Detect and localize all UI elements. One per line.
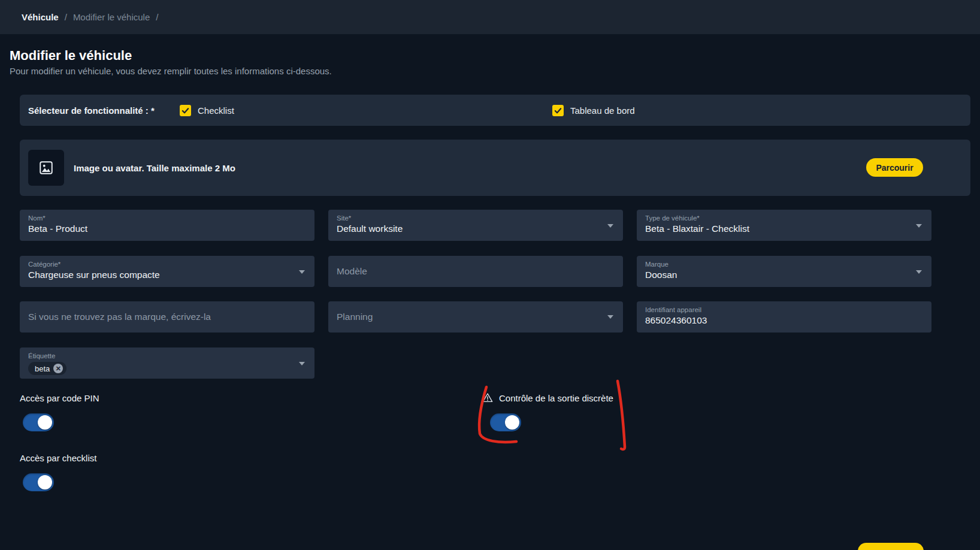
site-select-value: Default worksite (337, 223, 615, 234)
checkbox-tableau-de-bord[interactable]: Tableau de bord (552, 95, 635, 126)
device-id-value: 865024360103 (645, 315, 923, 326)
chip-remove-icon[interactable]: ✕ (53, 364, 63, 373)
breadcrumb-separator: / (156, 12, 158, 22)
planning-placeholder: Planning (337, 312, 373, 322)
checkbox-checked-icon (180, 105, 191, 116)
page-subtitle: Pour modifier un véhicule, vous devez re… (10, 66, 332, 76)
breadcrumb-separator: / (65, 12, 67, 22)
page-title: Modifier le véhicule (10, 48, 132, 64)
edit-vehicle-screen: Véhicule / Modifier le véhicule / Modifi… (0, 0, 980, 550)
model-placeholder: Modèle (337, 266, 367, 277)
warning-icon (482, 392, 494, 404)
discrete-output-toggle[interactable] (490, 413, 521, 431)
upload-instructions: Image ou avatar. Taille maximale 2 Mo (74, 140, 235, 196)
chevron-down-icon (299, 362, 305, 365)
breadcrumb: Véhicule / Modifier le véhicule / (22, 12, 158, 22)
vehicle-type-label: Type de véhicule* (645, 214, 923, 222)
category-value: Chargeuse sur pneus compacte (28, 270, 306, 280)
submit-button-partial[interactable] (858, 543, 924, 550)
toggle-knob (505, 415, 519, 430)
name-field[interactable]: Nom* Beta - Product (20, 210, 314, 241)
breadcrumb-modifier-vehicule[interactable]: Modifier le véhicule (73, 12, 150, 22)
toggle-knob (38, 475, 52, 489)
device-id-label: Identifiant appareil (645, 306, 923, 313)
checkbox-checklist-label: Checklist (198, 105, 234, 116)
checklist-access-label: Accès par checklist (20, 453, 96, 463)
category-label: Catégorie* (28, 261, 306, 268)
device-id-field[interactable]: Identifiant appareil 865024360103 (637, 301, 931, 333)
tag-chip: beta ✕ (28, 362, 66, 375)
vehicle-type-value: Beta - Blaxtair - Checklist (645, 223, 923, 234)
site-select[interactable]: Site* Default worksite (328, 210, 623, 241)
tag-label: Étiquette (28, 352, 306, 359)
pin-access-label: Accès par code PIN (20, 393, 99, 403)
checkbox-checklist[interactable]: Checklist (180, 95, 234, 126)
brand-value: Doosan (645, 270, 923, 280)
site-select-label: Site* (337, 214, 615, 222)
brand-select[interactable]: Marque Doosan (637, 256, 931, 287)
category-select[interactable]: Catégorie* Chargeuse sur pneus compacte (20, 256, 314, 287)
pin-access-toggle[interactable] (23, 413, 54, 431)
tag-chip-text: beta (35, 364, 50, 373)
feature-selector-label: Sélecteur de fonctionnalité : * (28, 95, 155, 126)
topbar: Véhicule / Modifier le véhicule / (0, 0, 980, 34)
breadcrumb-vehicule[interactable]: Véhicule (22, 12, 59, 22)
name-field-value: Beta - Product (28, 223, 306, 234)
chevron-down-icon (299, 270, 305, 274)
image-upload-panel: Image ou avatar. Taille maximale 2 Mo Pa… (20, 140, 970, 196)
discrete-output-label-row: Contrôle de la sortie discrète (482, 392, 613, 404)
browse-button[interactable]: Parcourir (866, 158, 923, 177)
custom-brand-placeholder: Si vous ne trouvez pas la marque, écrive… (28, 312, 211, 322)
chevron-down-icon (916, 270, 922, 274)
chevron-down-icon (916, 224, 922, 228)
brand-label: Marque (645, 261, 923, 268)
checkbox-checked-icon (552, 105, 564, 116)
feature-selector-panel: Sélecteur de fonctionnalité : * Checklis… (20, 95, 970, 126)
tag-select[interactable]: Étiquette beta ✕ (20, 347, 314, 379)
image-icon (28, 150, 64, 186)
custom-brand-input[interactable]: Si vous ne trouvez pas la marque, écrive… (20, 301, 314, 333)
toggle-knob (38, 415, 52, 430)
name-field-label: Nom* (28, 214, 306, 222)
checklist-access-toggle[interactable] (23, 473, 54, 491)
chevron-down-icon (607, 315, 613, 319)
model-input[interactable]: Modèle (328, 256, 623, 287)
discrete-output-label: Contrôle de la sortie discrète (499, 393, 613, 403)
checkbox-tableau-de-bord-label: Tableau de bord (570, 105, 635, 116)
planning-select[interactable]: Planning (328, 301, 623, 333)
vehicle-type-select[interactable]: Type de véhicule* Beta - Blaxtair - Chec… (637, 210, 931, 241)
chevron-down-icon (607, 224, 613, 228)
